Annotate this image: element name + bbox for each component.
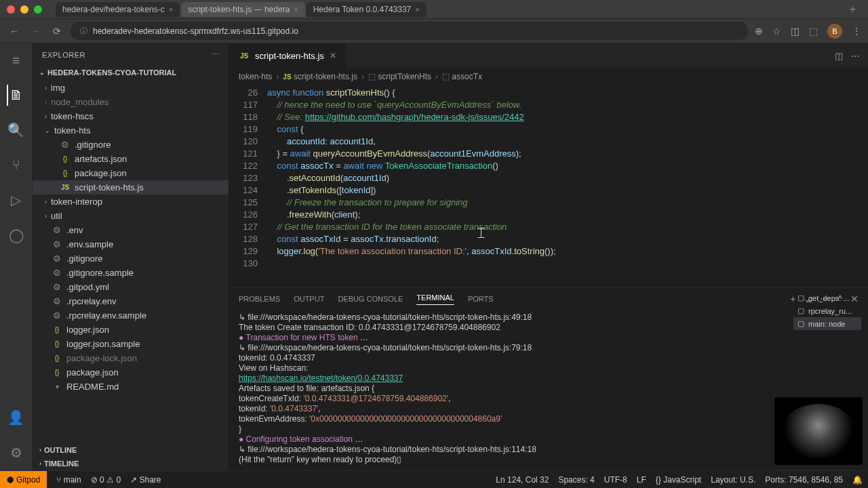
run-debug-icon[interactable]: ▷ <box>8 189 24 211</box>
menu-icon[interactable]: ≡ <box>9 50 23 71</box>
notifications-icon[interactable]: 🔔 <box>852 475 863 485</box>
ports[interactable]: Ports: 7546, 8546, 85 <box>765 475 843 485</box>
explorer-title: EXPLORER <box>42 51 85 59</box>
minimize-window[interactable] <box>20 5 28 14</box>
file-item[interactable]: ⚙.gitpod.yml <box>33 280 229 294</box>
keyboard-layout[interactable]: Layout: U.S. <box>711 475 755 485</box>
terminal[interactable]: ↳ file:///workspace/hedera-tokens-cyoa-t… <box>229 310 868 470</box>
branch-indicator[interactable]: ⑂ main <box>56 475 81 485</box>
explorer-icon[interactable]: 🗎 <box>7 85 26 106</box>
close-tab-icon[interactable]: × <box>294 5 298 14</box>
back-button[interactable]: ← <box>7 23 22 39</box>
encoding[interactable]: UTF-8 <box>604 475 627 485</box>
file-item[interactable]: ⚙.gitignore.sample <box>33 266 229 280</box>
maximize-window[interactable] <box>34 5 42 14</box>
breadcrumb-item[interactable]: ⬚ assocTx <box>442 72 482 81</box>
code-editor[interactable]: 2611711811912012112212312412512612712812… <box>229 85 868 287</box>
site-info-icon[interactable]: ⓘ <box>80 26 87 36</box>
file-item[interactable]: ▾README.md <box>33 380 229 394</box>
file-item[interactable]: {}package-lock.json <box>33 351 229 365</box>
close-tab-icon[interactable]: × <box>169 5 173 14</box>
folder-item[interactable]: ›token-interop <box>33 195 229 209</box>
github-icon[interactable]: ◯ <box>6 224 26 246</box>
sidebar: EXPLORER ⋯ ⌄ HEDERA-TOKENS-CYOA-TUTORIAL… <box>33 43 229 470</box>
browser-tab[interactable]: script-token-hts.js — hedera× <box>181 2 305 17</box>
browser-tab[interactable]: hedera-dev/hedera-tokens-c× <box>56 2 180 17</box>
editor-tab[interactable]: JS script-token-hts.js ✕ <box>229 43 347 68</box>
profile-avatar[interactable]: B <box>827 24 842 39</box>
search-icon[interactable]: 🔍 <box>5 119 27 141</box>
new-tab-button[interactable]: + <box>844 3 861 16</box>
breadcrumb-item[interactable]: JS script-token-hts.js <box>283 72 357 81</box>
terminal-icon: ▢ <box>797 306 804 315</box>
folder-item[interactable]: ⌄token-hts <box>33 123 229 138</box>
file-item[interactable]: ⚙.env.sample <box>33 237 229 251</box>
problems-indicator[interactable]: ⊘ 0 ⚠ 0 <box>91 475 121 485</box>
file-item[interactable]: {}logger.json.sample <box>33 337 229 351</box>
language-mode[interactable]: {} JavaScript <box>656 475 701 485</box>
breadcrumb[interactable]: token-hts›JS script-token-hts.js›⬚ scrip… <box>229 68 868 85</box>
indentation[interactable]: Spaces: 4 <box>558 475 594 485</box>
terminal-icon: ▢ <box>797 319 804 328</box>
folder-item[interactable]: ›node_modules <box>33 95 229 109</box>
file-item[interactable]: JSscript-token-hts.js <box>33 180 229 195</box>
forward-button[interactable]: → <box>28 23 43 39</box>
panel-tab[interactable]: DEBUG CONSOLE <box>338 295 403 303</box>
bottom-panel: PROBLEMSOUTPUTDEBUG CONSOLETERMINALPORTS… <box>229 287 868 470</box>
address-bar[interactable]: ⓘ hederadev-hederatokensc-sprmxdfrfz.ws-… <box>71 22 748 40</box>
breadcrumb-item[interactable]: token-hts <box>239 72 272 81</box>
file-item[interactable]: {}artefacts.json <box>33 152 229 166</box>
browser-tab[interactable]: Hedera Token 0.0.4743337× <box>307 2 427 17</box>
folder-item[interactable]: ›token-hscs <box>33 109 229 123</box>
timeline-section[interactable]: ›TIMELINE <box>33 457 229 470</box>
webcam-overlay <box>774 397 863 465</box>
terminal-icon: ▢ <box>797 293 804 302</box>
file-item[interactable]: ⚙.rpcrelay.env <box>33 294 229 308</box>
explorer-more-icon[interactable]: ⋯ <box>212 50 220 59</box>
panel-tab[interactable]: PORTS <box>468 295 494 303</box>
terminal-instance[interactable]: ▢ get_deps: ... <box>793 291 861 304</box>
macos-titlebar: hedera-dev/hedera-tokens-c×script-token-… <box>0 0 868 19</box>
terminal-instance[interactable]: ▢ rpcrelay_ru... <box>793 304 861 317</box>
status-bar: ⬢ Gitpod ⑂ main ⊘ 0 ⚠ 0 ↗ Share Ln 124, … <box>0 470 868 488</box>
reload-button[interactable]: ⟳ <box>50 23 64 39</box>
extension-icon[interactable]: ◫ <box>791 26 800 37</box>
close-tab-icon[interactable]: ✕ <box>330 51 336 60</box>
source-control-icon[interactable]: ⑂ <box>9 155 23 176</box>
browser-toolbar: ← → ⟳ ⓘ hederadev-hederatokensc-sprmxdfr… <box>0 19 868 43</box>
outline-section[interactable]: ›OUTLINE <box>33 443 229 457</box>
bookmark-icon[interactable]: ☆ <box>772 26 781 37</box>
gitpod-button[interactable]: ⬢ Gitpod <box>0 471 47 488</box>
breadcrumb-item[interactable]: ⬚ scriptTokenHts <box>368 72 431 81</box>
zoom-icon[interactable]: ⊕ <box>755 26 763 37</box>
file-item[interactable]: ⚙.gitignore <box>33 138 229 152</box>
share-button[interactable]: ↗ Share <box>130 475 161 485</box>
url-text: hederadev-hederatokensc-sprmxdfrfz.ws-us… <box>93 26 298 36</box>
close-window[interactable] <box>7 5 15 14</box>
editor-more-icon[interactable]: ⋯ <box>851 51 860 61</box>
eol[interactable]: LF <box>637 475 646 485</box>
traffic-lights[interactable] <box>7 5 42 14</box>
minimap[interactable] <box>807 85 868 287</box>
folder-item[interactable]: ›img <box>33 81 229 95</box>
panel-tab[interactable]: TERMINAL <box>416 293 454 305</box>
terminal-instance[interactable]: ▢ main: node <box>793 317 861 330</box>
settings-icon[interactable]: ⚙ <box>7 442 25 464</box>
file-item[interactable]: ⚙.rpcrelay.env.sample <box>33 308 229 323</box>
panel-tab[interactable]: OUTPUT <box>294 295 324 303</box>
file-item[interactable]: {}package.json <box>33 166 229 180</box>
file-item[interactable]: ⚙.env <box>33 223 229 237</box>
cursor-position[interactable]: Ln 124, Col 32 <box>496 475 549 485</box>
extension2-icon[interactable]: ⬚ <box>809 26 818 37</box>
file-item[interactable]: {}package.json <box>33 365 229 380</box>
close-tab-icon[interactable]: × <box>415 5 419 14</box>
account-icon[interactable]: 👤 <box>5 407 27 428</box>
panel-tab[interactable]: PROBLEMS <box>239 295 280 303</box>
split-editor-icon[interactable]: ◫ <box>835 51 843 61</box>
js-file-icon: JS <box>239 52 250 60</box>
folder-item[interactable]: ›util <box>33 209 229 223</box>
file-item[interactable]: {}logger.json <box>33 323 229 337</box>
file-item[interactable]: ⚙.gitignore <box>33 251 229 266</box>
menu-icon[interactable]: ⋮ <box>852 26 861 37</box>
project-header[interactable]: ⌄ HEDERA-TOKENS-CYOA-TUTORIAL <box>33 66 229 79</box>
